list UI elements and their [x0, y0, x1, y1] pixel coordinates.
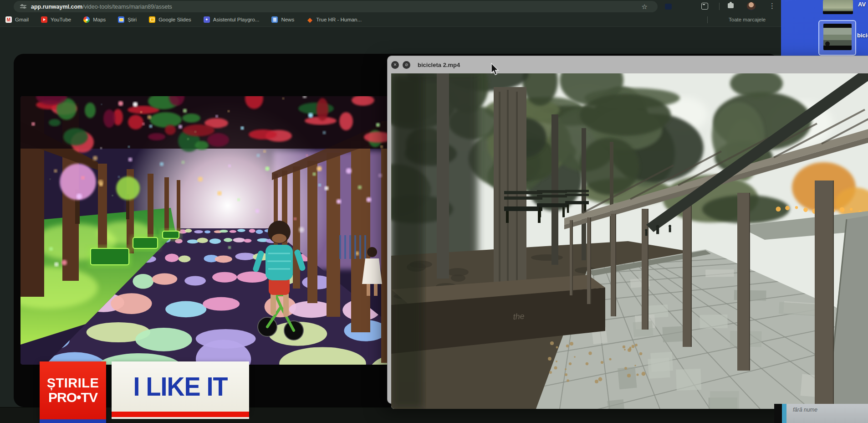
- mouse-cursor: [490, 63, 500, 76]
- bookmarks-divider: [707, 16, 708, 23]
- background-window-label: fără nume: [786, 404, 868, 423]
- playground-icon: ✦: [204, 16, 210, 23]
- address-bar[interactable]: app.runwayml.com/video-tools/teams/maria…: [14, 1, 658, 12]
- desktop-video-thumbnail-bicicleta[interactable]: [823, 24, 852, 50]
- bookmark-item-stiri[interactable]: Știri: [118, 16, 137, 23]
- browser-toolbar: app.runwayml.com/video-tools/teams/maria…: [0, 0, 781, 26]
- profile-avatar[interactable]: [747, 2, 756, 10]
- close-icon[interactable]: ✕: [391, 61, 399, 69]
- url-path: /video-tools/teams/marian89/assets: [82, 4, 172, 10]
- site-settings-icon[interactable]: [20, 4, 26, 10]
- desktop-file-label: AV: [858, 1, 868, 8]
- untitled-background-window[interactable]: fără nume: [774, 404, 868, 423]
- youtube-icon: [41, 16, 47, 23]
- bookmark-item-playground[interactable]: ✦Asistentul Playgro...: [204, 16, 260, 23]
- show-banner-red-stripe: [112, 412, 249, 417]
- bookmarks-bar: MGmailYouTubeMapsȘtiriGoogle Slides✦Asis…: [0, 13, 781, 26]
- gmail-icon: M: [5, 16, 12, 23]
- bookmark-item-maps[interactable]: Maps: [83, 16, 106, 23]
- extensions-puzzle-icon[interactable]: [728, 3, 734, 8]
- toolbar-divider: [719, 3, 720, 10]
- bookmark-star-icon[interactable]: ☆: [642, 3, 648, 11]
- bookmark-item-gmail[interactable]: MGmail: [5, 16, 29, 23]
- bookmark-item-slides[interactable]: Google Slides: [149, 16, 191, 23]
- stiri-icon: [118, 16, 124, 23]
- background-window-accent: [782, 404, 786, 423]
- channel-logo-line2: PRO•TV: [48, 390, 97, 405]
- bookmark-label: True HR - Human...: [316, 17, 362, 22]
- desktop-file-thumbnail[interactable]: [823, 0, 853, 14]
- desktop-file-label-bicicleta: bicicl: [857, 32, 868, 39]
- bookmark-label: Știri: [128, 17, 137, 22]
- bookmark-label: News: [281, 17, 294, 22]
- bookmark-item-youtube[interactable]: YouTube: [41, 16, 71, 23]
- bookmark-item-truehr[interactable]: ◆True HR - Human...: [306, 16, 362, 23]
- slides-icon: [149, 16, 155, 23]
- truehr-icon: ◆: [306, 16, 313, 23]
- park-photo-scene: the: [391, 73, 868, 409]
- channel-logo-blue-bar: [40, 419, 106, 423]
- background-window-shadow: [774, 404, 782, 423]
- all-bookmarks-button[interactable]: Toate marcajele: [729, 17, 766, 22]
- show-title-text: I LIKE IT: [133, 371, 228, 402]
- bookmark-label: Maps: [93, 17, 106, 22]
- url-domain: app.runwayml.com: [31, 4, 82, 10]
- runway-generated-video[interactable]: [20, 96, 421, 365]
- show-title-banner: I LIKE IT: [112, 361, 249, 412]
- original-park-video: the: [391, 73, 868, 409]
- bookmark-label: Google Slides: [158, 17, 191, 22]
- bookmark-label: YouTube: [51, 17, 71, 22]
- window-menu-icon[interactable]: ⊘: [403, 61, 410, 69]
- bookmark-item-news[interactable]: News: [271, 16, 294, 23]
- bookmark-label: Gmail: [15, 17, 29, 22]
- preview-window-title: bicicleta 2.mp4: [418, 62, 460, 68]
- channel-logo: ȘTIRILE PRO•TV: [40, 361, 106, 419]
- show-banner-white-stripe: [112, 417, 249, 419]
- news-icon: [271, 16, 278, 23]
- browser-menu-icon[interactable]: ⋮: [769, 2, 776, 10]
- maps-icon: [83, 16, 90, 23]
- preview-window-titlebar[interactable]: ✕ ⊘ bicicleta 2.mp4: [388, 56, 868, 73]
- tab-copy-icon[interactable]: [701, 3, 708, 10]
- magic-park-scene: [20, 96, 421, 365]
- video-preview-window[interactable]: ✕ ⊘ bicicleta 2.mp4 the: [387, 56, 868, 404]
- flower-canopy: [20, 96, 421, 153]
- extension-icon[interactable]: [665, 4, 672, 10]
- bookmark-label: Asistentul Playgro...: [213, 17, 260, 22]
- channel-logo-line1: ȘTIRILE: [47, 376, 99, 390]
